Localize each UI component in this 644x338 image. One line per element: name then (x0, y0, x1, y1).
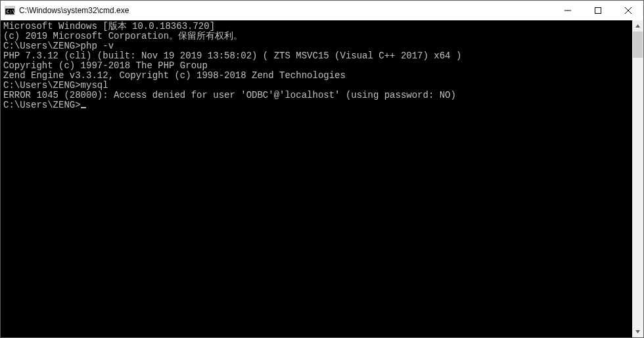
window-controls (553, 1, 643, 20)
vertical-scrollbar[interactable] (632, 20, 643, 337)
terminal-output[interactable]: Microsoft Windows [版本 10.0.18363.720](c)… (1, 20, 632, 337)
svg-rect-4 (595, 8, 601, 14)
scroll-up-button[interactable] (632, 20, 643, 32)
maximize-button[interactable] (583, 1, 613, 20)
terminal-line: ERROR 1045 (28000): Access denied for us… (3, 91, 631, 100)
terminal-line: C:\Users\ZENG>php -v (3, 41, 631, 51)
scroll-thumb[interactable] (633, 32, 643, 58)
titlebar-left: C:\ C:\Windows\system32\cmd.exe (1, 5, 129, 16)
terminal-line: (c) 2019 Microsoft Corporation。保留所有权利。 (3, 32, 631, 41)
titlebar[interactable]: C:\ C:\Windows\system32\cmd.exe (1, 1, 643, 20)
cmd-icon: C:\ (5, 5, 15, 16)
scroll-down-button[interactable] (632, 326, 643, 337)
client-area: Microsoft Windows [版本 10.0.18363.720](c)… (1, 20, 643, 337)
window-title: C:\Windows\system32\cmd.exe (19, 6, 129, 15)
close-button[interactable] (613, 1, 643, 20)
svg-rect-1 (5, 7, 14, 9)
cursor (81, 107, 86, 108)
terminal-line: Copyright (c) 1997-2018 The PHP Group (3, 61, 631, 71)
terminal-line: C:\Users\ZENG> (3, 100, 631, 110)
svg-text:C:\: C:\ (7, 9, 15, 14)
svg-marker-8 (635, 330, 640, 333)
scroll-track[interactable] (632, 32, 643, 326)
cmd-window: C:\ C:\Windows\system32\cmd.exe Microsof… (0, 0, 644, 338)
terminal-line: C:\Users\ZENG>mysql (3, 81, 631, 91)
terminal-line: Zend Engine v3.3.12, Copyright (c) 1998-… (3, 71, 631, 81)
terminal-line: PHP 7.3.12 (cli) (built: Nov 19 2019 13:… (3, 51, 631, 61)
minimize-button[interactable] (553, 1, 583, 20)
terminal-line: Microsoft Windows [版本 10.0.18363.720] (3, 22, 631, 32)
svg-marker-7 (635, 24, 640, 28)
